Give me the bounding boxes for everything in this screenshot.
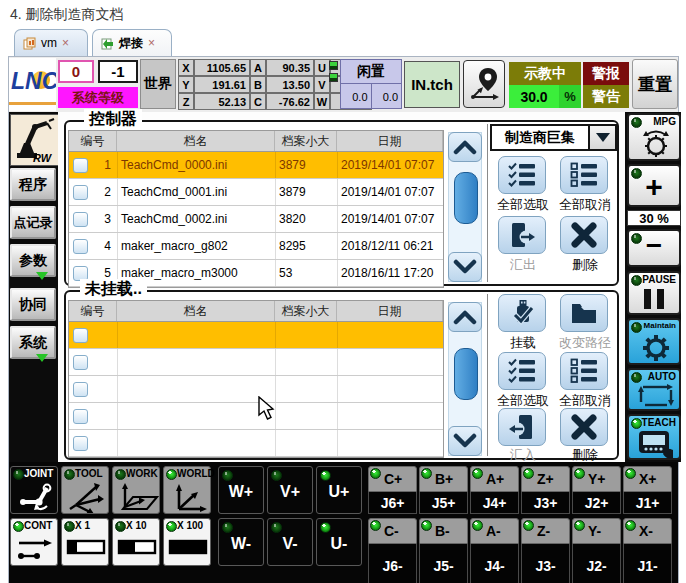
auto-label: AUTO — [648, 371, 676, 382]
tab-vm-close-icon[interactable]: × — [62, 36, 69, 50]
axis-label: W — [314, 93, 330, 110]
mount-button[interactable] — [498, 294, 546, 332]
row-checkbox[interactable] — [73, 185, 88, 200]
jog-step-x10-button[interactable]: X 10 — [112, 518, 160, 566]
row-checkbox[interactable] — [73, 436, 88, 451]
deselect-all-label: 全部取消 — [546, 196, 624, 214]
import-icon — [507, 413, 537, 441]
coord-frame-label[interactable]: 世界 — [140, 59, 176, 109]
mpg-button[interactable]: MPG — [627, 113, 681, 161]
jog-speed-display: 30 % — [627, 210, 681, 226]
table-row[interactable]: 2 TeachCmd_0001.ini 3879 2019/14/01 07:0… — [69, 179, 443, 206]
row-checkbox[interactable] — [73, 328, 88, 343]
jog-mode-world-button[interactable]: WORLD — [163, 466, 211, 514]
sidebar-item-program[interactable]: 程序 — [10, 168, 56, 201]
jog-x-minus-button[interactable]: X- J1- — [623, 518, 672, 583]
table-row[interactable] — [69, 322, 443, 349]
table-row[interactable]: 3 TeachCmd_0002.ini 3820 2019/14/01 07:0… — [69, 206, 443, 233]
scroll-up-button[interactable] — [448, 302, 482, 332]
tab-vm[interactable]: vm × — [14, 29, 88, 56]
sidebar-item-coop[interactable]: 协同 — [10, 288, 56, 321]
table-row[interactable]: 1 TeachCmd_0000.ini 3879 2019/14/01 07:0… — [69, 152, 443, 179]
scrollbar-thumb[interactable] — [454, 172, 478, 224]
file-group-dropdown[interactable]: 制造商巨集 — [490, 124, 617, 151]
jog-z-plus-button[interactable]: Z+ J3+ — [521, 466, 570, 514]
row-checkbox[interactable] — [73, 355, 88, 370]
jog-mode-joint-button[interactable]: JOINT — [10, 466, 58, 514]
auto-button[interactable]: AUTO — [627, 368, 681, 411]
deselect-all-button[interactable] — [560, 156, 608, 194]
tab-weld[interactable]: 焊接 × — [92, 29, 172, 56]
jog-a-plus-button[interactable]: A+ J4+ — [470, 466, 519, 514]
level-value-a: 0 — [58, 60, 94, 83]
tab-weld-close-icon[interactable]: × — [148, 36, 155, 50]
jog-step-x100-button[interactable]: X 100 — [163, 518, 211, 566]
deselect-all-button[interactable] — [560, 352, 608, 390]
change-path-button[interactable] — [560, 294, 608, 332]
axis-label: C — [250, 93, 266, 110]
speed-plus-button[interactable]: + — [627, 164, 681, 207]
sidebar-item-system[interactable]: 系统 — [10, 326, 56, 359]
jog-z-minus-button[interactable]: Z- J3- — [521, 518, 570, 583]
warning-badge[interactable]: 警告 — [583, 85, 629, 108]
dropdown-arrow-icon[interactable] — [588, 126, 615, 149]
table-row[interactable]: 4 maker_macro_g802 8295 2018/12/11 06:21 — [69, 233, 443, 260]
scrollbar-thumb[interactable] — [454, 348, 478, 400]
unmounted-title: 未挂载.. — [80, 279, 147, 300]
teach-button[interactable]: TEACH — [627, 414, 681, 460]
table-row[interactable] — [69, 349, 443, 376]
alarm-badge[interactable]: 警报 — [583, 62, 629, 85]
sidebar-item-params[interactable]: 参数 — [10, 244, 56, 277]
row-checkbox[interactable] — [73, 239, 88, 254]
jog-b-minus-button[interactable]: B- J5- — [419, 518, 468, 583]
scroll-down-button[interactable] — [448, 252, 482, 282]
sidebar-item-points[interactable]: 点记录 — [10, 206, 56, 239]
jog-c-plus-button[interactable]: C+ J6+ — [368, 466, 417, 514]
table-header: 编号 档名 档案小大 日期 — [69, 131, 443, 152]
delete-button[interactable] — [560, 408, 608, 446]
lnc-logo: LNC — [9, 58, 56, 111]
col-no: 编号 — [69, 131, 117, 151]
jog-u-minus-button[interactable]: U- — [316, 518, 362, 566]
jog-y-minus-button[interactable]: Y- J2- — [572, 518, 621, 583]
jog-c-minus-button[interactable]: C- J6- — [368, 518, 417, 583]
jog-u-plus-button[interactable]: U+ — [316, 466, 362, 514]
jog-y-plus-button[interactable]: Y+ J2+ — [572, 466, 621, 514]
jog-v-minus-button[interactable]: V- — [267, 518, 313, 566]
reset-button[interactable]: 重置 — [632, 59, 678, 109]
select-all-button[interactable] — [498, 156, 546, 194]
jog-v-plus-button[interactable]: V+ — [267, 466, 313, 514]
jog-a-minus-button[interactable]: A- J4- — [470, 518, 519, 583]
jog-mode-tool-button[interactable]: TOOL — [61, 466, 109, 514]
position-pin-button[interactable] — [463, 60, 505, 108]
scroll-down-button[interactable] — [448, 426, 482, 456]
pause-button[interactable]: PAUSE — [627, 271, 681, 315]
import-button[interactable] — [498, 408, 546, 446]
row-checkbox[interactable] — [73, 409, 88, 424]
maintain-button[interactable]: Maintain — [627, 318, 681, 365]
joint-mode-icon — [17, 482, 55, 512]
row-checkbox[interactable] — [73, 212, 88, 227]
row-checkbox[interactable] — [73, 158, 88, 173]
select-all-button[interactable] — [498, 352, 546, 390]
step-x100-icon — [168, 537, 208, 559]
table-row[interactable] — [69, 430, 443, 457]
col-name: 档名 — [117, 301, 275, 321]
jog-mode-work-button[interactable]: WORK — [112, 466, 160, 514]
delete-button[interactable] — [560, 216, 608, 254]
jog-x-plus-button[interactable]: X+ J1+ — [623, 466, 672, 514]
tab-weld-icon — [101, 37, 114, 50]
scroll-up-button[interactable] — [448, 132, 482, 162]
speed-minus-button[interactable]: − — [627, 229, 681, 267]
jog-w-plus-button[interactable]: W+ — [218, 466, 264, 514]
work-mode-icon — [117, 481, 159, 513]
axis-label: A — [250, 59, 266, 76]
dropdown-value: 制造商巨集 — [492, 126, 588, 149]
jog-step-cont-button[interactable]: CONT — [10, 518, 58, 566]
jog-b-plus-button[interactable]: B+ J5+ — [419, 466, 468, 514]
row-checkbox[interactable] — [73, 382, 88, 397]
export-button[interactable] — [498, 216, 546, 254]
jog-w-minus-button[interactable]: W- — [218, 518, 264, 566]
robot-logo-button[interactable]: RW — [10, 114, 59, 166]
jog-step-x1-button[interactable]: X 1 — [61, 518, 109, 566]
